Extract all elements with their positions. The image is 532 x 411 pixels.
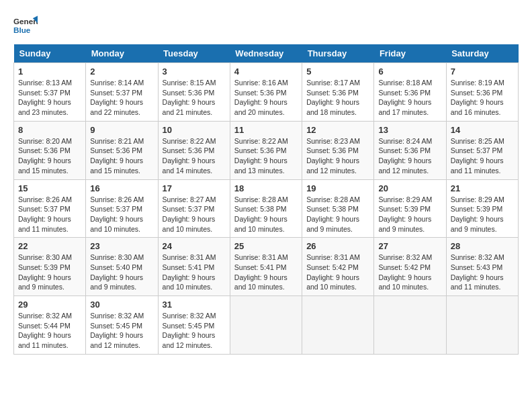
week-row-2: 8 Sunrise: 8:20 AMSunset: 5:36 PMDayligh… <box>14 121 519 179</box>
day-info: Sunrise: 8:26 AMSunset: 5:37 PMDaylight:… <box>90 195 153 234</box>
day-info: Sunrise: 8:32 AMSunset: 5:42 PMDaylight:… <box>378 253 441 292</box>
calendar-cell <box>446 296 518 355</box>
calendar-cell: 28 Sunrise: 8:32 AMSunset: 5:43 PMDaylig… <box>446 238 518 296</box>
day-number: 4 <box>234 66 298 77</box>
calendar-table: SundayMondayTuesdayWednesdayThursdayFrid… <box>13 44 519 355</box>
day-number: 5 <box>306 66 369 77</box>
day-info: Sunrise: 8:31 AMSunset: 5:41 PMDaylight:… <box>163 253 226 292</box>
calendar-cell: 1 Sunrise: 8:13 AMSunset: 5:37 PMDayligh… <box>14 63 86 122</box>
day-number: 19 <box>306 183 369 193</box>
calendar-cell: 19 Sunrise: 8:28 AMSunset: 5:38 PMDaylig… <box>302 179 374 238</box>
calendar-cell: 15 Sunrise: 8:26 AMSunset: 5:37 PMDaylig… <box>14 179 86 238</box>
day-number: 2 <box>90 66 153 77</box>
calendar-cell: 2 Sunrise: 8:14 AMSunset: 5:37 PMDayligh… <box>86 63 158 122</box>
day-info: Sunrise: 8:29 AMSunset: 5:39 PMDaylight:… <box>451 195 514 234</box>
week-row-4: 22 Sunrise: 8:30 AMSunset: 5:39 PMDaylig… <box>14 238 519 296</box>
day-number: 27 <box>378 241 441 251</box>
day-info: Sunrise: 8:30 AMSunset: 5:40 PMDaylight:… <box>90 253 153 292</box>
calendar-cell: 18 Sunrise: 8:28 AMSunset: 5:38 PMDaylig… <box>230 179 302 238</box>
day-number: 25 <box>234 241 298 251</box>
day-number: 31 <box>163 300 226 310</box>
day-number: 22 <box>18 241 81 251</box>
day-info: Sunrise: 8:24 AMSunset: 5:36 PMDaylight:… <box>378 136 441 176</box>
day-info: Sunrise: 8:31 AMSunset: 5:41 PMDaylight:… <box>234 253 298 292</box>
calendar-cell: 12 Sunrise: 8:23 AMSunset: 5:36 PMDaylig… <box>302 121 374 179</box>
logo: General Blue <box>13 13 38 38</box>
calendar-cell: 9 Sunrise: 8:21 AMSunset: 5:36 PMDayligh… <box>86 121 158 179</box>
day-info: Sunrise: 8:26 AMSunset: 5:37 PMDaylight:… <box>18 195 81 234</box>
day-info: Sunrise: 8:18 AMSunset: 5:36 PMDaylight:… <box>378 78 441 118</box>
day-info: Sunrise: 8:32 AMSunset: 5:45 PMDaylight:… <box>163 311 226 351</box>
logo-icon: General Blue <box>13 13 38 38</box>
day-info: Sunrise: 8:21 AMSunset: 5:36 PMDaylight:… <box>90 136 153 176</box>
day-number: 6 <box>378 66 441 77</box>
calendar-cell: 7 Sunrise: 8:19 AMSunset: 5:36 PMDayligh… <box>446 63 518 122</box>
svg-text:Blue: Blue <box>13 26 31 34</box>
day-info: Sunrise: 8:32 AMSunset: 5:43 PMDaylight:… <box>451 253 514 292</box>
day-number: 23 <box>90 241 153 251</box>
day-number: 12 <box>306 125 369 135</box>
day-info: Sunrise: 8:13 AMSunset: 5:37 PMDaylight:… <box>18 78 81 118</box>
calendar-cell: 31 Sunrise: 8:32 AMSunset: 5:45 PMDaylig… <box>158 296 230 355</box>
day-number: 29 <box>18 300 81 310</box>
day-number: 28 <box>451 241 514 251</box>
day-number: 26 <box>306 241 369 251</box>
calendar-cell: 3 Sunrise: 8:15 AMSunset: 5:36 PMDayligh… <box>158 63 230 122</box>
day-info: Sunrise: 8:25 AMSunset: 5:37 PMDaylight:… <box>451 136 514 176</box>
day-number: 7 <box>451 66 514 77</box>
col-header-wednesday: Wednesday <box>230 44 302 63</box>
day-info: Sunrise: 8:27 AMSunset: 5:37 PMDaylight:… <box>163 195 226 234</box>
calendar-cell: 21 Sunrise: 8:29 AMSunset: 5:39 PMDaylig… <box>446 179 518 238</box>
day-number: 14 <box>451 125 514 135</box>
col-header-sunday: Sunday <box>14 44 86 63</box>
day-info: Sunrise: 8:32 AMSunset: 5:45 PMDaylight:… <box>90 311 153 351</box>
col-header-saturday: Saturday <box>446 44 518 63</box>
day-info: Sunrise: 8:28 AMSunset: 5:38 PMDaylight:… <box>234 195 298 234</box>
calendar-cell: 27 Sunrise: 8:32 AMSunset: 5:42 PMDaylig… <box>374 238 446 296</box>
calendar-cell: 14 Sunrise: 8:25 AMSunset: 5:37 PMDaylig… <box>446 121 518 179</box>
week-row-3: 15 Sunrise: 8:26 AMSunset: 5:37 PMDaylig… <box>14 179 519 238</box>
day-number: 8 <box>18 125 81 135</box>
day-number: 1 <box>18 66 81 77</box>
col-header-tuesday: Tuesday <box>158 44 230 63</box>
day-info: Sunrise: 8:30 AMSunset: 5:39 PMDaylight:… <box>18 253 81 292</box>
calendar-cell: 20 Sunrise: 8:29 AMSunset: 5:39 PMDaylig… <box>374 179 446 238</box>
day-number: 18 <box>234 183 298 193</box>
day-info: Sunrise: 8:20 AMSunset: 5:36 PMDaylight:… <box>18 136 81 176</box>
calendar-cell: 6 Sunrise: 8:18 AMSunset: 5:36 PMDayligh… <box>374 63 446 122</box>
week-row-5: 29 Sunrise: 8:32 AMSunset: 5:44 PMDaylig… <box>14 296 519 355</box>
calendar-cell: 11 Sunrise: 8:22 AMSunset: 5:36 PMDaylig… <box>230 121 302 179</box>
calendar-cell <box>230 296 302 355</box>
day-number: 13 <box>378 125 441 135</box>
day-number: 15 <box>18 183 81 193</box>
day-number: 9 <box>90 125 153 135</box>
calendar-cell: 4 Sunrise: 8:16 AMSunset: 5:36 PMDayligh… <box>230 63 302 122</box>
week-row-1: 1 Sunrise: 8:13 AMSunset: 5:37 PMDayligh… <box>14 63 519 122</box>
day-number: 11 <box>234 125 298 135</box>
day-info: Sunrise: 8:23 AMSunset: 5:36 PMDaylight:… <box>306 136 369 176</box>
day-number: 20 <box>378 183 441 193</box>
day-info: Sunrise: 8:32 AMSunset: 5:44 PMDaylight:… <box>18 311 81 351</box>
day-number: 16 <box>90 183 153 193</box>
calendar-cell: 5 Sunrise: 8:17 AMSunset: 5:36 PMDayligh… <box>302 63 374 122</box>
day-info: Sunrise: 8:22 AMSunset: 5:36 PMDaylight:… <box>234 136 298 176</box>
calendar-cell: 29 Sunrise: 8:32 AMSunset: 5:44 PMDaylig… <box>14 296 86 355</box>
day-info: Sunrise: 8:17 AMSunset: 5:36 PMDaylight:… <box>306 78 369 118</box>
col-header-monday: Monday <box>86 44 158 63</box>
calendar-cell: 10 Sunrise: 8:22 AMSunset: 5:36 PMDaylig… <box>158 121 230 179</box>
day-info: Sunrise: 8:31 AMSunset: 5:42 PMDaylight:… <box>306 253 369 292</box>
calendar-cell <box>374 296 446 355</box>
day-info: Sunrise: 8:14 AMSunset: 5:37 PMDaylight:… <box>90 78 153 118</box>
calendar-cell: 8 Sunrise: 8:20 AMSunset: 5:36 PMDayligh… <box>14 121 86 179</box>
day-number: 21 <box>451 183 514 193</box>
calendar-cell: 22 Sunrise: 8:30 AMSunset: 5:39 PMDaylig… <box>14 238 86 296</box>
calendar-cell: 26 Sunrise: 8:31 AMSunset: 5:42 PMDaylig… <box>302 238 374 296</box>
day-number: 24 <box>163 241 226 251</box>
calendar-cell: 13 Sunrise: 8:24 AMSunset: 5:36 PMDaylig… <box>374 121 446 179</box>
day-info: Sunrise: 8:28 AMSunset: 5:38 PMDaylight:… <box>306 195 369 234</box>
calendar-cell: 30 Sunrise: 8:32 AMSunset: 5:45 PMDaylig… <box>86 296 158 355</box>
day-info: Sunrise: 8:22 AMSunset: 5:36 PMDaylight:… <box>163 136 226 176</box>
day-info: Sunrise: 8:19 AMSunset: 5:36 PMDaylight:… <box>451 78 514 118</box>
calendar-cell: 23 Sunrise: 8:30 AMSunset: 5:40 PMDaylig… <box>86 238 158 296</box>
page-header: General Blue <box>13 13 519 38</box>
